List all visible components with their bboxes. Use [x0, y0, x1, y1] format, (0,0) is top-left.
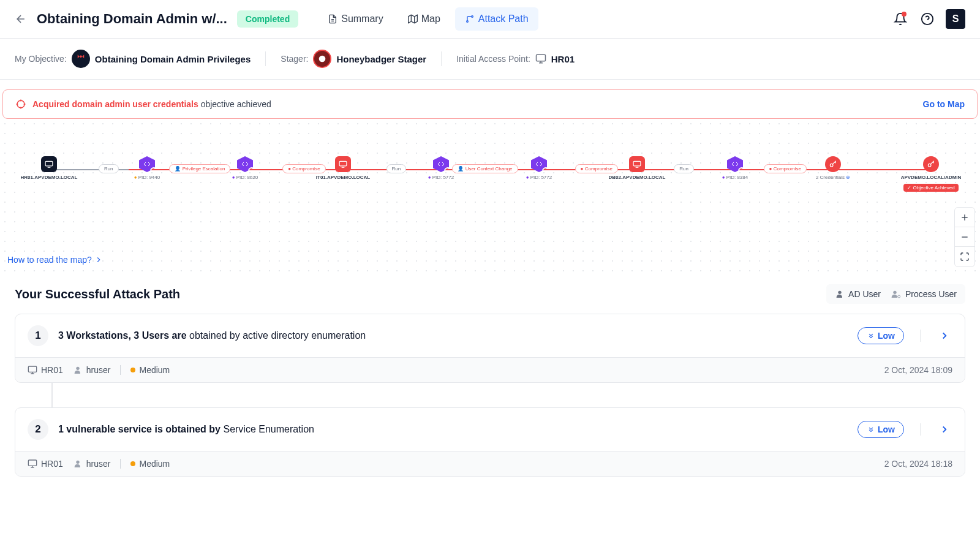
- status-badge: Completed: [237, 10, 298, 28]
- process-icon: [237, 156, 253, 172]
- tab-summary[interactable]: Summary: [318, 7, 393, 31]
- svg-point-24: [830, 164, 833, 167]
- alert-banner: Acquired domain admin user credentials o…: [2, 89, 978, 119]
- svg-point-9: [319, 56, 326, 62]
- svg-point-39: [76, 367, 79, 370]
- back-button[interactable]: [15, 13, 27, 25]
- user-icon: [73, 459, 83, 469]
- step-meta: HR01 hruser Medium 2 Oct, 2024 18:18: [15, 451, 965, 476]
- zoom-out-button[interactable]: [955, 227, 974, 247]
- nodes: HR01.APVDEMO.LOCAL 1 ● PID: 9440 ● PID: …: [18, 156, 962, 192]
- objective-icon: [72, 50, 90, 68]
- legend-ad-user: AD User: [835, 289, 881, 299]
- map-node[interactable]: HR01.APVDEMO.LOCAL: [18, 156, 80, 192]
- stager-label: Stager:: [281, 54, 308, 64]
- attack-path-section: Your Successful Attack Path AD User Proc…: [0, 272, 980, 513]
- svg-point-27: [928, 164, 931, 167]
- map-node[interactable]: APVDEMO.LOCAL\ADMIN ✓ Objective Achieved: [900, 156, 962, 192]
- tabs: Summary Map Attack Path: [318, 7, 538, 31]
- page-title: Obtaining Domain Admin w/...: [37, 11, 227, 27]
- svg-point-6: [471, 16, 473, 18]
- map-node[interactable]: IT01.APVDEMO.LOCAL: [312, 156, 374, 192]
- step-normal: Service Enumeration: [223, 424, 314, 434]
- meta-date: 2 Oct, 2024 18:18: [884, 459, 952, 469]
- go-to-map-link[interactable]: Go to Map: [923, 99, 965, 109]
- severity-pill[interactable]: Low: [858, 327, 904, 344]
- svg-line-26: [835, 162, 836, 164]
- map-node[interactable]: DB02.APVDEMO.LOCAL: [606, 156, 668, 192]
- access-point-info: Initial Access Point: HR01: [456, 53, 575, 64]
- zoom-controls: [954, 207, 975, 267]
- severity-dot: [130, 368, 135, 372]
- severity-pill[interactable]: Low: [858, 421, 904, 438]
- map-node[interactable]: ● PID: 8620: [214, 156, 276, 192]
- user-icon: [73, 365, 83, 375]
- process-icon: [433, 156, 449, 172]
- tab-label: Summary: [341, 13, 383, 25]
- legend-process-user: Process User: [891, 289, 957, 299]
- map-node[interactable]: ● PID: 8384: [704, 156, 766, 192]
- meta-host: HR01: [28, 459, 63, 469]
- svg-point-5: [466, 21, 468, 23]
- divider: [120, 365, 121, 375]
- svg-line-29: [933, 162, 934, 164]
- map-node[interactable]: ● PID: 5772: [410, 156, 472, 192]
- svg-marker-2: [408, 15, 417, 23]
- minus-icon: [960, 232, 970, 242]
- meta-date: 2 Oct, 2024 18:09: [884, 365, 952, 375]
- process-icon: [727, 156, 743, 172]
- step-card: 2 1 vulnerable service is obtained by Se…: [15, 407, 965, 477]
- zoom-in-button[interactable]: [955, 208, 974, 227]
- svg-point-33: [838, 291, 841, 294]
- step-card: 1 3 Workstations, 3 Users are obtained b…: [15, 314, 965, 383]
- objective-info: My Objective: Obtaining Domain Admin Pri…: [15, 50, 251, 68]
- computer-icon: [41, 156, 57, 172]
- svg-rect-22: [633, 161, 641, 166]
- map-area[interactable]: Run 👤 Privilege Escalation ● Compromise …: [0, 119, 980, 272]
- process-icon: 1: [139, 156, 155, 172]
- user-avatar[interactable]: S: [946, 9, 965, 29]
- map-node[interactable]: 1 ● PID: 5772: [508, 156, 570, 192]
- access-label: Initial Access Point:: [456, 54, 530, 64]
- path-container: Run 👤 Privilege Escalation ● Compromise …: [18, 156, 962, 192]
- step-header: 1 3 Workstations, 3 Users are obtained b…: [15, 314, 965, 357]
- notification-dot: [902, 12, 907, 17]
- node-label: ● PID: 5772: [428, 175, 454, 180]
- chevron-right-icon: [939, 424, 950, 435]
- svg-point-13: [17, 100, 24, 108]
- path-icon: [465, 14, 475, 24]
- user-icon: [835, 289, 845, 299]
- node-label: ● PID: 8620: [232, 175, 258, 180]
- notifications-button[interactable]: [892, 10, 909, 28]
- divider: [441, 51, 442, 66]
- help-button[interactable]: [919, 10, 936, 28]
- step-header: 2 1 vulnerable service is obtained by Se…: [15, 408, 965, 451]
- step-number: 1: [28, 325, 48, 346]
- fullscreen-button[interactable]: [955, 247, 974, 266]
- divider: [920, 423, 921, 436]
- user-gear-icon: [891, 289, 902, 299]
- svg-point-34: [893, 291, 896, 294]
- map-node[interactable]: 2 Credentials ⊕: [802, 156, 864, 192]
- computer-icon: [629, 156, 645, 172]
- svg-rect-10: [536, 55, 545, 61]
- help-icon: [921, 12, 934, 26]
- node-label: DB02.APVDEMO.LOCAL: [609, 175, 666, 180]
- key-icon: [825, 156, 841, 172]
- map-node[interactable]: 1 ● PID: 9440: [116, 156, 178, 192]
- node-label: ● PID: 8384: [722, 175, 748, 180]
- tab-label: Attack Path: [478, 13, 529, 25]
- step-text: 1 vulnerable service is obtained by Serv…: [58, 424, 848, 435]
- node-label: APVDEMO.LOCAL\ADMIN: [901, 175, 962, 180]
- svg-point-35: [898, 295, 900, 298]
- stager-info: Stager: Honeybadger Stager: [281, 50, 426, 68]
- map-help-link[interactable]: How to read the map?: [7, 255, 103, 265]
- step-text: 3 Workstations, 3 Users are obtained by …: [58, 330, 848, 341]
- meta-severity: Medium: [130, 365, 170, 375]
- tab-attack-path[interactable]: Attack Path: [455, 7, 538, 31]
- expand-button[interactable]: [937, 328, 952, 344]
- meta-user: hruser: [73, 365, 111, 375]
- svg-rect-40: [28, 460, 36, 466]
- expand-button[interactable]: [937, 421, 952, 437]
- tab-map[interactable]: Map: [398, 7, 450, 31]
